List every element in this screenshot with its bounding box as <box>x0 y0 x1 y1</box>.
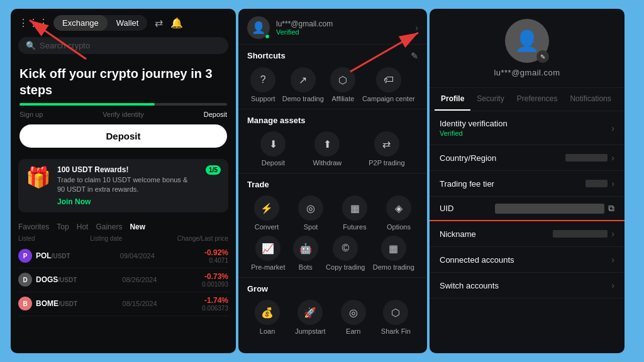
connected-chevron-icon: › <box>611 255 614 265</box>
shortcut-affiliate[interactable]: ⬡ Affiliate <box>330 67 355 102</box>
nickname-value: █ <box>553 230 608 238</box>
trade-bots[interactable]: 🤖 Bots <box>293 236 318 271</box>
col-change: Change/Last price <box>177 235 228 242</box>
coin-pct-pol: -0.92% <box>204 248 228 257</box>
connected-title: Connected accounts <box>440 255 514 265</box>
shortcuts-grid: ? Support ↗ Demo trading ⬡ Affiliate 🏷 C… <box>247 67 418 102</box>
step-signup: Sign up <box>19 111 43 118</box>
avatar-large: 👤 ✎ <box>505 19 549 63</box>
tab-profile[interactable]: Profile <box>435 88 470 111</box>
wallet-tab[interactable]: Wallet <box>108 15 148 31</box>
options-icon: ◈ <box>386 195 411 221</box>
nickname-title: Nickname <box>440 229 476 239</box>
manage-grid: ⬇ Deposit ⬆ Withdraw ⇄ P2P trading <box>247 131 418 167</box>
hero-title: Kick off your crypto journey in 3 steps <box>19 65 227 98</box>
table-row[interactable]: D DOGS/USDT 08/26/2024 -0.73% 0.001093 <box>18 268 228 292</box>
coin-info-pol: P POL/USDT <box>18 249 70 263</box>
market-header: Listed Listing date Change/Last price <box>18 235 228 242</box>
trade-row2: 📈 Pre-market 🤖 Bots © Copy trading ▦ Dem… <box>247 236 418 271</box>
switch-chevron-icon: › <box>611 280 614 290</box>
fee-tier-title: Trading fee tier <box>440 179 494 189</box>
notification-icon[interactable]: 🔔 <box>170 17 183 29</box>
grow-sharkfin[interactable]: ⬡ Shark Fin <box>381 300 411 335</box>
withdraw-icon: ⬆ <box>314 131 340 156</box>
top-bar: ⋮⋮⋮ Exchange Wallet ⇄ 🔔 <box>11 9 236 37</box>
table-row[interactable]: P POL/USDT 09/04/2024 -0.92% 0.4071 <box>18 244 228 268</box>
nickname-chevron-icon: › <box>611 229 614 239</box>
p2p-icon: ⇄ <box>374 131 399 156</box>
table-row[interactable]: B BOME/USDT 08/15/2024 -1.74% 0.006373 <box>18 292 228 316</box>
progress-bar <box>19 103 227 106</box>
trade-demo[interactable]: ▦ Demo trading <box>373 236 414 271</box>
edit-avatar-icon[interactable]: ✎ <box>536 50 549 63</box>
shortcut-affiliate-label: Affiliate <box>331 95 354 102</box>
manage-p2p[interactable]: ⇄ P2P trading <box>369 131 404 167</box>
profile-chevron-icon[interactable]: › <box>415 23 418 33</box>
campaign-icon: 🏷 <box>376 67 401 92</box>
menu-item-connected[interactable]: Connected accounts › <box>430 247 625 273</box>
manage-title: Manage assets <box>247 116 418 125</box>
grow-earn[interactable]: ◎ Earn <box>341 300 366 335</box>
identity-status: Verified <box>440 129 508 137</box>
trade-futures[interactable]: ▦ Futures <box>342 195 367 231</box>
profile-left: 👤 lu***@gmail.com Verified <box>247 16 333 39</box>
menu-item-switch[interactable]: Switch accounts › <box>430 273 625 299</box>
grow-jumpstart[interactable]: 🚀 Jumpstart <box>295 300 325 335</box>
shortcuts-edit-icon[interactable]: ✎ <box>411 51 418 61</box>
tab-hot[interactable]: Hot <box>77 222 89 231</box>
profile-header: 👤 lu***@gmail.com Verified › <box>238 9 427 45</box>
coin-price-pol: 0.4071 <box>204 257 228 264</box>
profile-email: lu***@gmail.com <box>276 19 333 28</box>
copy-icon[interactable]: ⧉ <box>608 203 614 214</box>
tab-gainers[interactable]: Gainers <box>96 222 122 231</box>
coin-name-bome: BOME/USDT <box>36 299 77 308</box>
grow-section: Grow 💰 Loan 🚀 Jumpstart ◎ Earn ⬡ Shark F… <box>238 278 427 341</box>
loan-icon: 💰 <box>255 300 280 325</box>
fee-tier-value: █ <box>586 180 608 187</box>
menu-item-fee-tier[interactable]: Trading fee tier █ › <box>430 171 625 197</box>
identity-chevron-icon: › <box>611 123 614 133</box>
manage-withdraw[interactable]: ⬆ Withdraw <box>313 131 341 167</box>
market-tabs: Favorites Top Hot Gainers New <box>18 222 228 231</box>
search-bar[interactable]: 🔍 Search crypto <box>18 37 228 54</box>
shortcut-demo[interactable]: ↗ Demo trading <box>282 67 324 102</box>
exchange-tab[interactable]: Exchange <box>53 15 108 31</box>
deposit-button[interactable]: Deposit <box>19 124 227 148</box>
middle-panel: 👤 lu***@gmail.com Verified › Shortcuts ✎… <box>238 9 427 353</box>
grid-icon[interactable]: ⋮⋮⋮ <box>18 17 48 29</box>
right-profile-top: 👤 ✎ lu***@gmail.com <box>430 9 625 88</box>
convert-icon: ⚡ <box>254 195 279 221</box>
rewards-title: 100 USDT Rewards! <box>57 165 196 174</box>
menu-item-country[interactable]: Country/Region █ › <box>430 145 625 171</box>
search-placeholder: Search crypto <box>40 41 90 50</box>
identity-title: Identity verification <box>440 119 508 128</box>
jumpstart-icon: 🚀 <box>297 300 323 325</box>
tab-favorites[interactable]: Favorites <box>18 222 49 231</box>
verified-badge: Verified <box>276 28 333 36</box>
shortcut-support[interactable]: ? Support <box>250 67 275 102</box>
tab-top[interactable]: Top <box>57 222 69 231</box>
coin-change-bome: -1.74% 0.006373 <box>202 296 228 312</box>
trade-convert[interactable]: ⚡ Convert <box>254 195 279 231</box>
menu-item-identity[interactable]: Identity verification Verified › <box>430 111 625 145</box>
join-now-link[interactable]: Join Now <box>57 197 196 206</box>
uid-value-row: ████████████ ⧉ <box>495 203 614 214</box>
tab-new[interactable]: New <box>130 222 145 231</box>
tab-security[interactable]: Security <box>470 88 510 111</box>
trade-spot[interactable]: ◎ Spot <box>298 195 323 231</box>
trade-premarket[interactable]: 📈 Pre-market <box>251 236 285 271</box>
menu-item-nickname[interactable]: Nickname █ › <box>430 221 625 247</box>
trade-copy[interactable]: © Copy trading <box>326 236 365 271</box>
manage-deposit[interactable]: ⬇ Deposit <box>260 131 286 167</box>
tab-preferences[interactable]: Preferences <box>511 88 564 111</box>
online-indicator <box>265 34 270 39</box>
shortcut-campaign[interactable]: 🏷 Campaign center <box>362 67 415 102</box>
affiliate-icon: ⬡ <box>330 67 355 92</box>
transfer-icon[interactable]: ⇄ <box>155 17 163 29</box>
right-panel: 👤 ✎ lu***@gmail.com Profile Security Pre… <box>430 9 625 353</box>
col-listing-date: Listing date <box>90 235 122 242</box>
tab-notifications[interactable]: Notifications <box>564 88 617 111</box>
trade-options[interactable]: ◈ Options <box>386 195 411 231</box>
grow-loan[interactable]: 💰 Loan <box>255 300 280 335</box>
support-icon: ? <box>250 67 275 92</box>
